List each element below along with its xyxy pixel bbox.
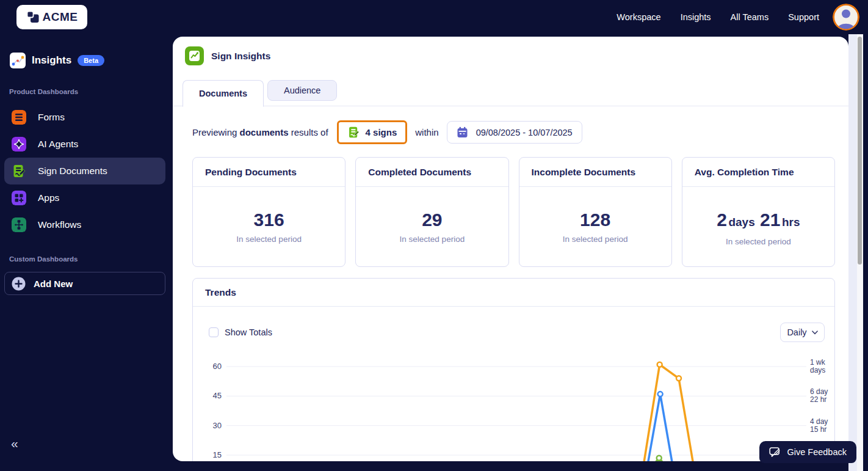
y-right-tick-label: 1 wkdays — [810, 359, 825, 374]
y-right-tick-label: 4 day15 hr — [810, 418, 828, 434]
sign-documents-icon — [12, 164, 26, 178]
stat-subtitle: In selected period — [519, 235, 671, 244]
apps-icon — [12, 191, 26, 205]
date-range-label: 09/08/2025 - 10/07/2025 — [476, 128, 573, 137]
stat-title: Incomplete Documents — [532, 167, 636, 178]
stat-value: 2 days 21 hrs — [682, 209, 834, 233]
beta-badge: Beta — [78, 55, 104, 66]
panel-header: Sign Insights — [185, 46, 270, 65]
sign-doc-icon — [347, 126, 360, 139]
trends-title: Trends — [205, 287, 236, 298]
green-series-marker — [657, 456, 662, 461]
tabs: Documents Audience — [173, 80, 848, 106]
stat-title: Completed Documents — [368, 167, 471, 178]
show-totals-control: Show Totals — [209, 327, 272, 337]
chart-plot-area — [226, 358, 806, 461]
sidebar-item-workflows[interactable]: Workflows — [4, 211, 165, 238]
stat-title: Avg. Completion Time — [695, 167, 794, 178]
sidebar-item-ai-agents[interactable]: AI Agents — [4, 131, 165, 158]
y-tick-label: 15 — [193, 450, 222, 459]
forms-icon — [12, 110, 26, 125]
sidebar-app-header: Insights Beta — [10, 53, 104, 68]
blue-series-marker — [658, 392, 663, 396]
date-range-picker[interactable]: 09/08/2025 - 10/07/2025 — [447, 121, 582, 144]
add-new-label: Add New — [34, 279, 73, 289]
sidebar-item-label: Workflows — [38, 219, 81, 230]
stat-value: 128 — [519, 209, 671, 231]
section-custom-dashboards: Custom Dashboards — [9, 255, 78, 263]
stat-title: Pending Documents — [205, 167, 297, 178]
calendar-icon — [457, 126, 468, 138]
workflows-icon — [12, 217, 26, 232]
user-avatar[interactable] — [833, 4, 859, 31]
trends-chart: 60453015 1 wkdays6 day22 hr4 day15 hr — [193, 358, 834, 461]
orange-series-marker — [676, 376, 681, 381]
give-feedback-label: Give Feedback — [787, 447, 847, 457]
scrollbar-thumb[interactable] — [858, 37, 862, 265]
stat-card-incomplete: Incomplete Documents 128 In selected per… — [519, 157, 672, 267]
sidebar-item-label: Apps — [38, 192, 59, 203]
add-new-button[interactable]: Add New — [4, 272, 165, 295]
stat-value: 316 — [193, 209, 345, 231]
trends-card: Trends Show Totals Daily 60453015 1 wkda… — [192, 278, 835, 461]
section-product-dashboards: Product Dashboards — [9, 88, 78, 95]
stat-card-completed: Completed Documents 29 In selected perio… — [355, 157, 508, 267]
nav-link-support[interactable]: Support — [788, 12, 819, 22]
stat-subtitle: In selected period — [682, 237, 834, 246]
sign-insights-icon — [185, 46, 204, 65]
stat-subtitle: In selected period — [193, 235, 345, 244]
nav-link-insights[interactable]: Insights — [681, 12, 711, 22]
stat-value: 29 — [356, 209, 508, 231]
sidebar-item-sign-documents[interactable]: Sign Documents — [4, 158, 165, 184]
granularity-select[interactable]: Daily — [780, 323, 825, 342]
top-nav-links: Workspace Insights All Teams Support — [617, 0, 819, 34]
acme-logo[interactable]: ACME — [16, 5, 87, 29]
sidebar-item-label: Forms — [38, 112, 65, 123]
collapse-sidebar-icon[interactable]: « — [11, 436, 18, 451]
sidebar-items: Forms AI Agents Sign Documents — [4, 104, 165, 238]
preview-text: Previewing documents results of — [192, 127, 328, 137]
signs-filter-button[interactable]: 4 signs — [337, 120, 408, 144]
granularity-value: Daily — [787, 327, 806, 337]
y-right-tick-label: 6 day22 hr — [810, 388, 828, 404]
tab-documents[interactable]: Documents — [183, 80, 264, 107]
tab-audience[interactable]: Audience — [267, 80, 337, 101]
y-tick-label: 60 — [193, 362, 222, 371]
stat-card-pending: Pending Documents 316 In selected period — [192, 157, 345, 267]
acme-logo-icon — [26, 10, 40, 24]
y-tick-label: 45 — [193, 391, 222, 400]
ai-agents-icon — [12, 137, 26, 152]
show-totals-checkbox[interactable] — [209, 327, 219, 337]
preview-row: Previewing documents results of 4 signs … — [192, 120, 582, 144]
give-feedback-button[interactable]: Give Feedback — [759, 441, 856, 463]
y-tick-label: 30 — [193, 421, 222, 430]
stat-cards-row: Pending Documents 316 In selected period… — [192, 157, 835, 267]
sidebar-item-label: Sign Documents — [38, 166, 107, 177]
insights-app-icon — [10, 53, 26, 68]
sidebar-app-title: Insights — [32, 54, 71, 67]
page-gutter — [848, 34, 857, 471]
page-title: Sign Insights — [211, 51, 270, 62]
sidebar-item-apps[interactable]: Apps — [4, 184, 165, 211]
sidebar-item-forms[interactable]: Forms — [4, 104, 165, 131]
chevron-down-icon — [812, 330, 818, 335]
stat-card-avg-completion: Avg. Completion Time 2 days 21 hrs In se… — [682, 157, 835, 267]
stat-subtitle: In selected period — [356, 235, 508, 244]
nav-link-all-teams[interactable]: All Teams — [731, 12, 769, 22]
acme-logo-text: ACME — [43, 10, 78, 24]
sidebar: Insights Beta Product Dashboards Forms A… — [0, 34, 173, 471]
sign-insights-panel: Sign Insights Documents Audience Preview… — [173, 37, 848, 461]
chart-y-axis-left: 60453015 — [193, 358, 222, 461]
top-navbar: ACME Workspace Insights All Teams Suppor… — [0, 0, 868, 34]
orange-series-marker — [657, 362, 662, 367]
sidebar-item-label: AI Agents — [38, 139, 78, 150]
show-totals-label: Show Totals — [225, 327, 272, 337]
nav-link-workspace[interactable]: Workspace — [617, 12, 660, 22]
signs-count-label: 4 signs — [366, 127, 397, 137]
within-label: within — [415, 127, 438, 137]
plus-circle-icon — [12, 277, 26, 291]
feedback-icon — [769, 447, 781, 458]
